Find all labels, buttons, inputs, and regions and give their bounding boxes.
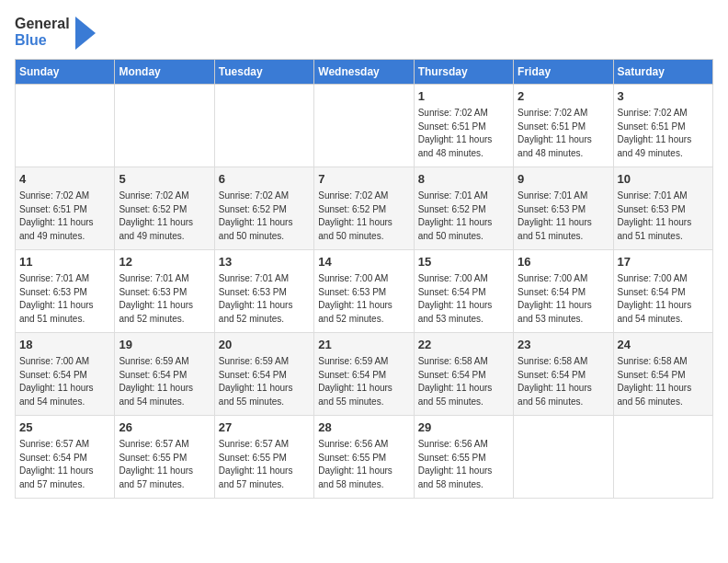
calendar-cell: 14Sunrise: 7:00 AM Sunset: 6:53 PM Dayli… <box>314 250 414 333</box>
day-number: 4 <box>19 171 110 188</box>
day-number: 28 <box>318 419 409 436</box>
calendar-cell: 20Sunrise: 6:59 AM Sunset: 6:54 PM Dayli… <box>214 333 313 416</box>
day-info: Sunrise: 7:02 AM Sunset: 6:51 PM Dayligh… <box>418 107 509 160</box>
day-info: Sunrise: 7:02 AM Sunset: 6:52 PM Dayligh… <box>219 190 310 243</box>
calendar-cell: 21Sunrise: 6:59 AM Sunset: 6:54 PM Dayli… <box>314 333 414 416</box>
calendar-cell <box>613 416 712 499</box>
calendar-cell: 18Sunrise: 7:00 AM Sunset: 6:54 PM Dayli… <box>16 333 115 416</box>
calendar-cell: 25Sunrise: 6:57 AM Sunset: 6:54 PM Dayli… <box>16 416 115 499</box>
calendar-cell: 29Sunrise: 6:56 AM Sunset: 6:55 PM Dayli… <box>414 416 513 499</box>
day-info: Sunrise: 7:01 AM Sunset: 6:52 PM Dayligh… <box>418 190 509 243</box>
calendar-week-5: 25Sunrise: 6:57 AM Sunset: 6:54 PM Dayli… <box>16 416 713 499</box>
logo-text-blue: Blue <box>15 32 70 49</box>
calendar-week-4: 18Sunrise: 7:00 AM Sunset: 6:54 PM Dayli… <box>16 333 713 416</box>
day-number: 16 <box>518 254 609 270</box>
day-info: Sunrise: 6:58 AM Sunset: 6:54 PM Dayligh… <box>418 355 509 408</box>
day-info: Sunrise: 7:01 AM Sunset: 6:53 PM Dayligh… <box>518 190 609 243</box>
day-info: Sunrise: 6:57 AM Sunset: 6:54 PM Dayligh… <box>19 438 110 491</box>
calendar-cell: 2Sunrise: 7:02 AM Sunset: 6:51 PM Daylig… <box>514 85 613 167</box>
logo: General Blue <box>15 15 96 50</box>
calendar-cell: 15Sunrise: 7:00 AM Sunset: 6:54 PM Dayli… <box>414 250 513 333</box>
day-number: 2 <box>518 88 609 105</box>
day-number: 6 <box>219 171 310 188</box>
day-number: 1 <box>418 88 509 105</box>
day-info: Sunrise: 7:00 AM Sunset: 6:54 PM Dayligh… <box>518 272 609 326</box>
calendar-cell: 23Sunrise: 6:58 AM Sunset: 6:54 PM Dayli… <box>514 333 613 416</box>
day-info: Sunrise: 6:59 AM Sunset: 6:54 PM Dayligh… <box>219 355 310 408</box>
calendar-cell: 10Sunrise: 7:01 AM Sunset: 6:53 PM Dayli… <box>613 167 712 250</box>
day-number: 11 <box>19 254 110 270</box>
day-number: 21 <box>318 337 409 353</box>
day-number: 20 <box>219 337 310 353</box>
calendar-cell: 1Sunrise: 7:02 AM Sunset: 6:51 PM Daylig… <box>414 85 513 167</box>
day-info: Sunrise: 7:01 AM Sunset: 6:53 PM Dayligh… <box>119 272 210 326</box>
day-info: Sunrise: 7:01 AM Sunset: 6:53 PM Dayligh… <box>19 272 110 326</box>
day-info: Sunrise: 6:57 AM Sunset: 6:55 PM Dayligh… <box>219 438 310 491</box>
calendar-cell: 27Sunrise: 6:57 AM Sunset: 6:55 PM Dayli… <box>214 416 313 499</box>
calendar-cell <box>16 85 115 167</box>
day-info: Sunrise: 7:01 AM Sunset: 6:53 PM Dayligh… <box>219 272 310 326</box>
day-info: Sunrise: 6:59 AM Sunset: 6:54 PM Dayligh… <box>119 355 210 408</box>
day-info: Sunrise: 6:56 AM Sunset: 6:55 PM Dayligh… <box>418 438 509 491</box>
day-number: 26 <box>119 419 210 436</box>
day-info: Sunrise: 7:00 AM Sunset: 6:54 PM Dayligh… <box>418 272 509 326</box>
calendar-cell: 19Sunrise: 6:59 AM Sunset: 6:54 PM Dayli… <box>115 333 214 416</box>
day-info: Sunrise: 7:02 AM Sunset: 6:51 PM Dayligh… <box>518 107 609 160</box>
calendar-cell: 4Sunrise: 7:02 AM Sunset: 6:51 PM Daylig… <box>16 167 115 250</box>
header-sunday: Sunday <box>16 60 115 85</box>
day-number: 15 <box>418 254 509 270</box>
calendar-week-3: 11Sunrise: 7:01 AM Sunset: 6:53 PM Dayli… <box>16 250 713 333</box>
calendar-cell: 5Sunrise: 7:02 AM Sunset: 6:52 PM Daylig… <box>115 167 214 250</box>
calendar-cell: 16Sunrise: 7:00 AM Sunset: 6:54 PM Dayli… <box>514 250 613 333</box>
header-thursday: Thursday <box>414 60 513 85</box>
calendar-cell: 13Sunrise: 7:01 AM Sunset: 6:53 PM Dayli… <box>214 250 313 333</box>
calendar-cell <box>314 85 414 167</box>
day-number: 17 <box>618 254 709 270</box>
calendar-cell: 9Sunrise: 7:01 AM Sunset: 6:53 PM Daylig… <box>514 167 613 250</box>
calendar-cell <box>214 85 313 167</box>
calendar-cell: 6Sunrise: 7:02 AM Sunset: 6:52 PM Daylig… <box>214 167 313 250</box>
day-info: Sunrise: 7:02 AM Sunset: 6:52 PM Dayligh… <box>318 190 409 243</box>
day-number: 12 <box>119 254 210 270</box>
day-number: 10 <box>618 171 709 188</box>
calendar-cell: 28Sunrise: 6:56 AM Sunset: 6:55 PM Dayli… <box>314 416 414 499</box>
day-number: 24 <box>618 337 709 353</box>
day-number: 19 <box>119 337 210 353</box>
calendar-cell: 12Sunrise: 7:01 AM Sunset: 6:53 PM Dayli… <box>115 250 214 333</box>
page-header: General Blue <box>15 15 713 50</box>
day-number: 3 <box>618 88 709 105</box>
calendar-week-2: 4Sunrise: 7:02 AM Sunset: 6:51 PM Daylig… <box>16 167 713 250</box>
calendar-cell: 22Sunrise: 6:58 AM Sunset: 6:54 PM Dayli… <box>414 333 513 416</box>
day-info: Sunrise: 6:57 AM Sunset: 6:55 PM Dayligh… <box>119 438 210 491</box>
calendar-cell <box>514 416 613 499</box>
logo-image: General Blue <box>15 16 70 48</box>
day-info: Sunrise: 7:00 AM Sunset: 6:54 PM Dayligh… <box>19 355 110 408</box>
day-info: Sunrise: 7:00 AM Sunset: 6:54 PM Dayligh… <box>618 272 709 326</box>
calendar-cell: 24Sunrise: 6:58 AM Sunset: 6:54 PM Dayli… <box>613 333 712 416</box>
calendar-week-1: 1Sunrise: 7:02 AM Sunset: 6:51 PM Daylig… <box>16 85 713 167</box>
header-tuesday: Tuesday <box>214 60 313 85</box>
day-number: 22 <box>418 337 509 353</box>
day-number: 14 <box>318 254 409 270</box>
header-wednesday: Wednesday <box>314 60 414 85</box>
day-number: 5 <box>119 171 210 188</box>
header-monday: Monday <box>115 60 214 85</box>
calendar-cell: 11Sunrise: 7:01 AM Sunset: 6:53 PM Dayli… <box>16 250 115 333</box>
day-number: 18 <box>19 337 110 353</box>
day-info: Sunrise: 6:58 AM Sunset: 6:54 PM Dayligh… <box>518 355 609 408</box>
day-number: 23 <box>518 337 609 353</box>
day-info: Sunrise: 6:56 AM Sunset: 6:55 PM Dayligh… <box>318 438 409 491</box>
header-friday: Friday <box>514 60 613 85</box>
day-info: Sunrise: 7:02 AM Sunset: 6:52 PM Dayligh… <box>119 190 210 243</box>
calendar-header-row: SundayMondayTuesdayWednesdayThursdayFrid… <box>16 60 713 85</box>
day-number: 8 <box>418 171 509 188</box>
day-info: Sunrise: 7:02 AM Sunset: 6:51 PM Dayligh… <box>618 107 709 160</box>
day-number: 9 <box>518 171 609 188</box>
calendar-table: SundayMondayTuesdayWednesdayThursdayFrid… <box>15 59 713 499</box>
day-info: Sunrise: 7:00 AM Sunset: 6:53 PM Dayligh… <box>318 272 409 326</box>
day-info: Sunrise: 6:59 AM Sunset: 6:54 PM Dayligh… <box>318 355 409 408</box>
day-info: Sunrise: 7:01 AM Sunset: 6:53 PM Dayligh… <box>618 190 709 243</box>
header-saturday: Saturday <box>613 60 712 85</box>
day-number: 25 <box>19 419 110 436</box>
calendar-cell <box>115 85 214 167</box>
